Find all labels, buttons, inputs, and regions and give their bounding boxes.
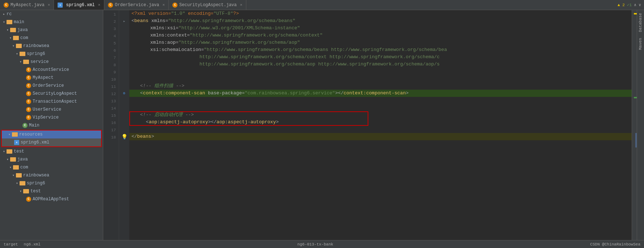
folder-icon-testtest — [23, 189, 29, 193]
database-tab[interactable]: Database — [637, 10, 644, 35]
code-line-8[interactable]: http://www.springframework.org/schema/ao… — [129, 61, 632, 68]
gutter-2: ▸ — [119, 17, 129, 25]
tree-item-spring6[interactable]: ▾ spring6 — [0, 50, 103, 58]
gutter-6 — [119, 46, 129, 54]
tree-item-rainbowsea[interactable]: ▾ rainbowsea — [0, 42, 103, 50]
code-line-2[interactable]: <beans xmlns="http://www.springframework… — [129, 17, 632, 25]
tree-item-testcom[interactable]: ▾ com — [0, 163, 103, 171]
tree-item-testtest[interactable]: ▾ test — [0, 187, 103, 195]
line-num-17: 17 — [103, 127, 119, 134]
tab-spring6xml[interactable]: x spring6.xml × — [54, 0, 104, 10]
tree-item-testrainbowsea[interactable]: ▾ rainbowsea — [0, 171, 103, 179]
label-testcom: com — [20, 165, 28, 170]
gutter-4 — [119, 32, 129, 39]
line-num-14: 14 — [103, 105, 119, 112]
warning-badge: ▲ 2 — [618, 3, 625, 7]
tree-item-userservice[interactable]: C UserService — [0, 106, 103, 114]
tab-myaspect[interactable]: C MyAspect.java × — [0, 0, 54, 10]
editor-badges: ▲ 2 ✓1 ∧ ∨ — [615, 0, 644, 10]
tab-securitylogaspect[interactable]: C SecurityLogAspect.java × — [169, 0, 246, 10]
fold-icon[interactable]: ▸ — [123, 19, 126, 23]
code-editor: 1 2 3 4 5 6 7 8 9 10 11 12 13 14 15 16 1… — [103, 10, 637, 240]
tree-item-java[interactable]: ▾ java — [0, 26, 103, 34]
code-line-16[interactable]: <aop:aspectj-autoproxy></aop:aspectj-aut… — [129, 119, 632, 126]
tree-item-securitylogaspect[interactable]: C SecurityLogAspect — [0, 90, 103, 98]
tree-item-service[interactable]: ▾ service — [0, 58, 103, 66]
line3-text: xmlns:xsi="http://www.w3.org/2001/XMLSch… — [131, 25, 300, 31]
tree-item-aoprealapptest[interactable]: C AOPRealAppTest — [0, 195, 103, 203]
line-num-10: 10 — [103, 76, 119, 83]
xml-file-icon: x — [14, 140, 19, 145]
line8-text: http://www.springframework.org/schema/ao… — [131, 61, 440, 67]
line-num-9: 9 — [103, 69, 119, 76]
code-line-11[interactable]: <!-- 组件扫描 --> — [129, 82, 632, 90]
maven-tab[interactable]: Maven — [637, 35, 644, 53]
code-line-1[interactable]: <?xml version="1.0" encoding="UTF-8"?> — [129, 10, 632, 17]
gutter-10 — [119, 75, 129, 82]
line-num-11: 11 — [103, 83, 119, 90]
tab-orderservice[interactable]: C OrderService.java × — [104, 0, 169, 10]
tree-item-myaspect[interactable]: C MyAspect — [0, 74, 103, 82]
code-line-10[interactable] — [129, 75, 632, 82]
code-line-12[interactable]: <context:component-scan base-package="co… — [129, 90, 632, 97]
tab-icon-securitylogaspect: C — [172, 3, 177, 8]
label-testrainbowsea: rainbowsea — [23, 173, 49, 178]
folder-icon-testcom — [13, 165, 19, 170]
lines-area: 1 2 3 4 5 6 7 8 9 10 11 12 13 14 15 16 1… — [103, 10, 637, 240]
tree-item-main[interactable]: ▾ main — [0, 18, 103, 26]
ok-badge: ✓1 — [627, 3, 632, 7]
code-line-17[interactable] — [129, 126, 632, 133]
line5-text: xmlns:aop="http://www.springframework.or… — [131, 40, 300, 45]
code-line-13[interactable] — [129, 97, 632, 104]
arrow-testrainbowsea: ▾ — [11, 173, 16, 178]
status-target: target — [4, 242, 18, 247]
code-line-14[interactable] — [129, 104, 632, 111]
tab-label-myaspect: MyAspect.java — [11, 3, 45, 8]
tree-item-main-class[interactable]: C Main — [0, 121, 103, 129]
class-icon-vipservice: C — [26, 115, 31, 120]
tree-item-com[interactable]: ▾ com — [0, 34, 103, 42]
code-line-4[interactable]: xmlns:context="http://www.springframewor… — [129, 32, 632, 39]
nav-arrows[interactable]: ∧ ∨ — [634, 3, 641, 7]
tree-item-rc[interactable]: ▸ rc — [0, 10, 103, 18]
line-num-8: 8 — [103, 61, 119, 69]
tab-label-spring6xml: spring6.xml — [66, 3, 95, 8]
label-transactionaspect: TransactionAspect — [33, 99, 77, 104]
tree-item-resources[interactable]: ▾ resources — [2, 131, 101, 138]
tree-item-transactionaspect[interactable]: C TransactionAspect — [0, 98, 103, 106]
class-icon-main: C — [22, 123, 28, 128]
code-line-15[interactable]: <!-- 启动自动代理 --> — [129, 111, 632, 119]
code-line-18[interactable]: </beans> — [129, 133, 632, 140]
tab-close-orderservice[interactable]: × — [162, 3, 165, 7]
code-line-7[interactable]: http://www.springframework.org/schema/co… — [129, 54, 632, 61]
tree-item-testjava[interactable]: ▾ java — [0, 155, 103, 163]
label-com: com — [20, 35, 28, 40]
bookmark-icon[interactable]: ⚙ — [123, 91, 125, 95]
lamp-icon[interactable]: 💡 — [121, 134, 127, 140]
line-num-18: 18 — [103, 134, 119, 141]
code-line-6[interactable]: xsi:schemaLocation="http://www.springfra… — [129, 46, 632, 54]
line6-text: xsi:schemaLocation="http://www.springfra… — [131, 47, 447, 52]
tree-item-orderservice[interactable]: C OrderService — [0, 82, 103, 90]
tree-item-accountservice[interactable]: C AccountService — [0, 66, 103, 74]
line-num-6: 6 — [103, 47, 119, 54]
class-icon-myaspect: C — [26, 75, 31, 80]
tree-item-testspring6[interactable]: ▾ spring6 — [0, 179, 103, 187]
tree-item-vipservice[interactable]: C VipService — [0, 114, 103, 121]
line-numbers: 1 2 3 4 5 6 7 8 9 10 11 12 13 14 15 16 1… — [103, 10, 119, 240]
tab-close-myaspect[interactable]: × — [48, 3, 50, 7]
gutter-7 — [119, 54, 129, 61]
gutter-16 — [119, 119, 129, 126]
tree-item-spring6xml[interactable]: x spring6.xml — [2, 138, 101, 146]
code-line-3[interactable]: xmlns:xsi="http://www.w3.org/2001/XMLSch… — [129, 25, 632, 32]
scroll-thumb[interactable] — [635, 133, 637, 147]
tab-close-spring6xml[interactable]: × — [98, 3, 100, 7]
code-line-9[interactable] — [129, 68, 632, 75]
tree-item-test[interactable]: ▾ test — [0, 147, 103, 155]
gutter-5 — [119, 39, 129, 46]
arrow-rc: ▸ — [1, 12, 7, 16]
code-line-5[interactable]: xmlns:aop="http://www.springframework.or… — [129, 39, 632, 46]
tab-close-securitylogaspect[interactable]: × — [240, 3, 243, 7]
label-vipservice: VipService — [33, 115, 59, 120]
tab-icon-spring6xml: x — [58, 3, 63, 8]
